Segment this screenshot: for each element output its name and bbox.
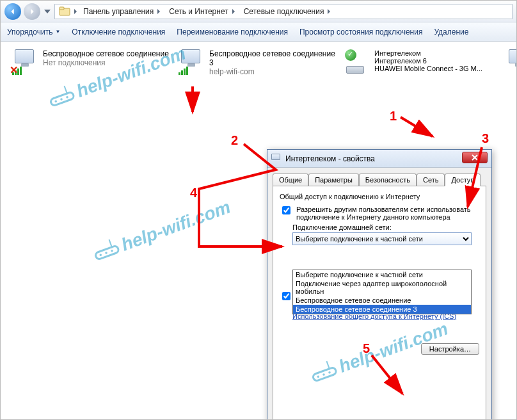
svg-line-3 <box>401 117 433 136</box>
annotation-number: 4 <box>190 186 197 200</box>
tab-general[interactable]: Общие <box>273 174 308 186</box>
tab-security[interactable]: Безопасность <box>359 174 417 186</box>
crumb-item[interactable]: Сетевые подключения <box>241 7 335 16</box>
wireless-icon: ✕ <box>12 49 38 75</box>
home-network-label: Подключение домашней сети: <box>292 223 479 231</box>
tab-sharing[interactable]: Доступ <box>445 174 481 186</box>
rename-connection-button[interactable]: Переименование подключения <box>177 28 288 36</box>
close-icon <box>472 154 478 161</box>
wireless-icon <box>506 49 517 75</box>
svg-rect-1 <box>60 7 64 10</box>
crumb-label: Панель управления <box>83 7 154 16</box>
organize-menu[interactable]: Упорядочить▼ <box>7 28 60 36</box>
crumb-label: Сеть и Интернет <box>169 7 228 16</box>
toolbar: Упорядочить▼ Отключение подключения Пере… <box>1 22 516 42</box>
tab-panel: Общий доступ к подключению к Интернету Р… <box>273 186 486 420</box>
control-panel-icon <box>59 6 70 17</box>
settings-button[interactable]: Настройка… <box>421 343 479 355</box>
watermark: help-wifi.com <box>91 197 233 266</box>
connection-item[interactable] <box>506 49 517 75</box>
close-button[interactable] <box>462 152 488 163</box>
annotation-number: 2 <box>231 133 238 148</box>
allow-sharing-checkbox[interactable] <box>282 206 290 214</box>
connection-item[interactable]: ✕ Беспроводное сетевое соединение Нет по… <box>12 49 172 75</box>
dialog-title: Интертелеком - свойства <box>285 154 375 163</box>
dropdown-option[interactable]: Подключение через адаптер широкополосной… <box>293 279 471 296</box>
tab-network[interactable]: Сеть <box>417 174 445 186</box>
connection-status: Нет подключения <box>43 58 169 67</box>
dialog-titlebar[interactable]: Интертелеком - свойства <box>267 150 491 168</box>
delete-connection-button[interactable]: Удаление <box>434 28 468 36</box>
crumb-label: Сетевые подключения <box>244 7 324 16</box>
forward-button[interactable] <box>24 3 40 20</box>
connection-line3: HUAWEI Mobile Connect - 3G M... <box>374 65 482 72</box>
connection-title: Интертелеком <box>374 49 482 57</box>
home-network-dropdown-list: Выберите подключение к частной сети Подк… <box>292 270 472 314</box>
allow-control-checkbox[interactable] <box>282 292 290 300</box>
connection-item-selected[interactable]: Интертелеком Интертелеком 6 HUAWEI Mobil… <box>344 49 510 75</box>
annotation-number: 1 <box>390 109 397 124</box>
connection-line2: Интертелеком 6 <box>374 57 482 65</box>
annotation-number: 3 <box>482 131 489 146</box>
dropdown-option-selected[interactable]: Беспроводное сетевое соединение 3 <box>293 305 471 314</box>
allow-sharing-row: Разрешить другим пользователям сети испо… <box>280 206 479 221</box>
wireless-icon <box>179 49 204 75</box>
breadcrumb[interactable]: Панель управления Сеть и Интернет Сетевы… <box>54 4 513 19</box>
nav-bar: Панель управления Сеть и Интернет Сетевы… <box>1 1 516 22</box>
connection-status: help-wifi-com <box>209 67 338 76</box>
properties-dialog: Интертелеком - свойства Общие Параметры … <box>267 149 492 420</box>
view-status-button[interactable]: Просмотр состояния подключения <box>299 28 422 36</box>
toolbar-label: Упорядочить <box>7 28 52 36</box>
disconnected-icon: ✕ <box>10 64 18 76</box>
tab-strip: Общие Параметры Безопасность Сеть Доступ <box>267 168 491 186</box>
connection-item[interactable]: Беспроводное сетевое соединение 3 help-w… <box>179 49 338 76</box>
nav-history-dropdown[interactable] <box>43 3 52 20</box>
back-button[interactable] <box>4 3 21 20</box>
connections-pane: ✕ Беспроводное сетевое соединение Нет по… <box>1 42 516 419</box>
crumb-item[interactable]: Сеть и Интернет <box>166 7 238 16</box>
crumb-item[interactable]: Панель управления <box>81 7 164 16</box>
allow-sharing-label: Разрешить другим пользователям сети испо… <box>296 206 479 221</box>
dropdown-option[interactable]: Выберите подключение к частной сети <box>293 270 471 279</box>
disable-connection-button[interactable]: Отключение подключения <box>72 28 165 36</box>
modem-icon <box>344 49 369 75</box>
group-title: Общий доступ к подключению к Интернету <box>280 193 479 200</box>
connection-title: Беспроводное сетевое соединение 3 <box>209 49 338 67</box>
dropdown-option[interactable]: Беспроводное сетевое соединение <box>293 296 471 305</box>
dialog-icon <box>271 154 282 164</box>
tab-params[interactable]: Параметры <box>308 174 359 186</box>
home-network-select[interactable]: Выберите подключение к частной сети <box>292 232 472 245</box>
connection-title: Беспроводное сетевое соединение <box>43 49 169 58</box>
